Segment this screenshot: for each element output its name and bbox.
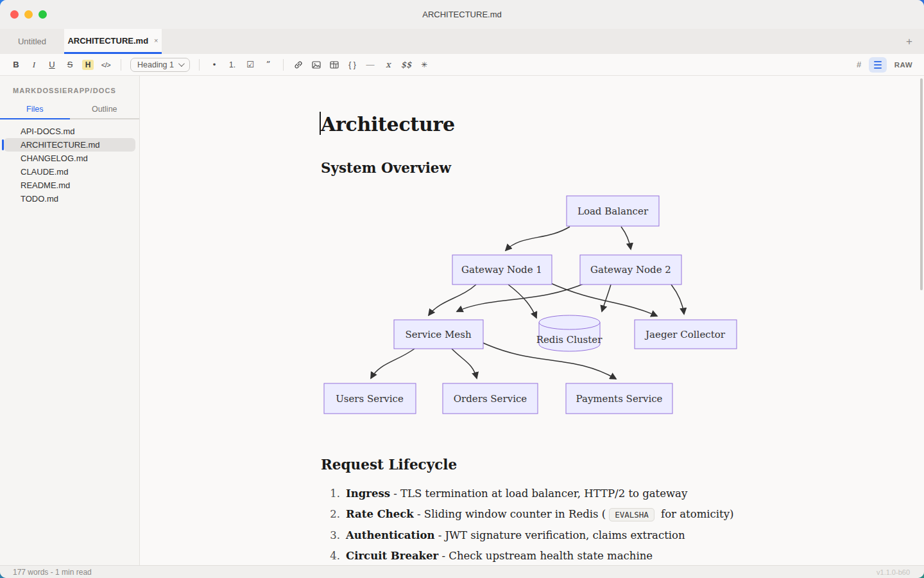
node-gateway-2: Gateway Node 2 xyxy=(590,264,671,276)
tab-label: Untitled xyxy=(18,37,46,46)
node-service-mesh: Service Mesh xyxy=(405,329,472,340)
strikethrough-button[interactable]: S xyxy=(62,57,78,73)
close-window-button[interactable] xyxy=(10,10,19,19)
math-block-button[interactable]: $$ xyxy=(398,57,415,73)
edge-servicemesh-users xyxy=(371,349,415,378)
highlight-icon: H xyxy=(82,60,94,70)
bold-button[interactable]: B xyxy=(8,57,24,73)
tab-bar: Untitled ARCHITECTURE.md × + xyxy=(0,29,924,54)
edge-gw2-redis xyxy=(602,285,611,311)
list-item: 3. Authentication - JWT signature verifi… xyxy=(321,530,924,541)
node-users-service: Users Service xyxy=(336,393,404,405)
node-payments-service: Payments Service xyxy=(576,393,663,405)
file-item-api-docs[interactable]: API-DOCS.md xyxy=(4,125,135,138)
workspace-label: MARKDOSSIERAPP/DOCS xyxy=(0,76,139,101)
flowchart-edges xyxy=(371,227,684,379)
traffic-lights xyxy=(10,10,47,19)
edge-gw1-jaeger xyxy=(549,283,657,316)
footnote-button[interactable]: ✳ xyxy=(416,57,432,73)
node-jaeger-collector: Jaeger Collector xyxy=(644,329,726,340)
text-cursor xyxy=(320,112,321,135)
edge-gw1-servicemesh xyxy=(429,285,476,315)
link-icon xyxy=(293,60,304,70)
titlebar: ARCHITECTURE.md xyxy=(0,0,924,29)
highlight-button[interactable]: H xyxy=(80,57,96,73)
file-item-changelog[interactable]: CHANGELOG.md xyxy=(4,152,135,165)
list-item: 1. Ingress - TLS termination at load bal… xyxy=(321,488,924,500)
zoom-window-button[interactable] xyxy=(38,10,47,19)
edge-gw2-servicemesh xyxy=(457,283,586,311)
file-item-todo[interactable]: TODO.md xyxy=(4,192,135,206)
lifecycle-list: 1. Ingress - TLS termination at load bal… xyxy=(321,488,924,562)
link-button[interactable] xyxy=(290,57,307,73)
app-window: ARCHITECTURE.md Untitled ARCHITECTURE.md… xyxy=(0,0,924,578)
list-lines-icon xyxy=(874,61,882,62)
chevron-down-icon xyxy=(178,60,185,67)
math-inline-button[interactable]: x xyxy=(380,57,397,73)
node-load-balancer: Load Balancer xyxy=(578,206,649,217)
edge-servicemesh-orders xyxy=(452,349,477,378)
scrollbar-thumb[interactable] xyxy=(920,78,923,290)
tab-files[interactable]: Files xyxy=(0,105,70,119)
window-title: ARCHITECTURE.md xyxy=(422,10,502,19)
horizontal-rule-button[interactable]: — xyxy=(362,57,379,73)
toolbar-divider xyxy=(283,59,284,71)
node-gateway-1: Gateway Node 1 xyxy=(461,264,542,276)
sidebar: MARKDOSSIERAPP/DOCS Files Outline API-DO… xyxy=(0,76,140,565)
app-version: v1.1.0-b60 xyxy=(877,568,910,576)
file-list: API-DOCS.md ARCHITECTURE.md CHANGELOG.md… xyxy=(0,119,139,206)
file-item-architecture[interactable]: ARCHITECTURE.md xyxy=(4,138,135,152)
tab-architecture[interactable]: ARCHITECTURE.md × xyxy=(64,29,162,54)
word-count: 177 words - 1 min read xyxy=(13,568,92,577)
table-icon xyxy=(329,60,339,70)
formatting-toolbar: B I U S H </> Heading 1 • 1. ☑ ” xyxy=(0,54,924,76)
image-button[interactable] xyxy=(308,57,325,73)
image-icon xyxy=(311,60,321,70)
edge-gw1-redis xyxy=(508,285,536,318)
ordered-list-button[interactable]: 1. xyxy=(224,57,241,73)
doc-heading-request-lifecycle: Request Lifecycle xyxy=(321,457,924,473)
edge-lb-gw1 xyxy=(506,227,570,250)
inline-code-chip: EVALSHA xyxy=(609,508,654,521)
node-orders-service: Orders Service xyxy=(454,393,527,405)
underline-button[interactable]: U xyxy=(44,57,60,73)
tab-label: ARCHITECTURE.md xyxy=(67,36,148,46)
code-block-button[interactable]: { } xyxy=(344,57,361,73)
task-list-button[interactable]: ☑ xyxy=(242,57,259,73)
heading-anchor-button[interactable]: # xyxy=(851,57,868,73)
file-item-claude[interactable]: CLAUDE.md xyxy=(4,165,135,179)
list-item: 2. Rate Check - Sliding window counter i… xyxy=(321,509,924,521)
document-page: Architecture System Overview xyxy=(140,113,924,562)
blockquote-button[interactable]: ” xyxy=(260,57,277,73)
status-bar: 177 words - 1 min read v1.1.0-b60 xyxy=(0,565,924,578)
list-item: 4. Circuit Breaker - Check upstream heal… xyxy=(321,550,924,562)
inline-code-button[interactable]: </> xyxy=(98,57,114,73)
minimize-window-button[interactable] xyxy=(24,10,33,19)
sidebar-tabs: Files Outline xyxy=(0,105,139,119)
editor-area[interactable]: Architecture System Overview xyxy=(140,76,924,565)
rendered-view-toggle[interactable] xyxy=(869,57,887,73)
heading-select[interactable]: Heading 1 xyxy=(130,58,190,72)
edge-lb-gw2 xyxy=(621,227,631,249)
doc-title: Architecture xyxy=(321,113,924,136)
architecture-flowchart: Load Balancer Gateway Node 1 Gateway Nod… xyxy=(321,192,744,418)
doc-heading-system-overview: System Overview xyxy=(321,160,924,176)
node-redis-cylinder xyxy=(539,315,600,351)
tab-outline[interactable]: Outline xyxy=(70,105,140,119)
file-item-readme[interactable]: README.md xyxy=(4,179,135,192)
edge-gw2-jaeger xyxy=(671,285,684,314)
flowchart-nodes: Load Balancer Gateway Node 1 Gateway Nod… xyxy=(324,196,737,414)
table-button[interactable] xyxy=(326,57,343,73)
bullet-list-button[interactable]: • xyxy=(206,57,223,73)
heading-select-value: Heading 1 xyxy=(137,60,174,69)
toolbar-divider xyxy=(121,59,121,71)
new-tab-button[interactable]: + xyxy=(902,29,916,54)
close-tab-icon[interactable]: × xyxy=(154,37,158,44)
raw-view-button[interactable]: RAW xyxy=(894,61,912,69)
tab-untitled[interactable]: Untitled xyxy=(0,29,64,54)
italic-button[interactable]: I xyxy=(26,57,42,73)
toolbar-divider xyxy=(199,59,200,71)
node-redis-cluster: Redis Cluster xyxy=(536,334,603,346)
